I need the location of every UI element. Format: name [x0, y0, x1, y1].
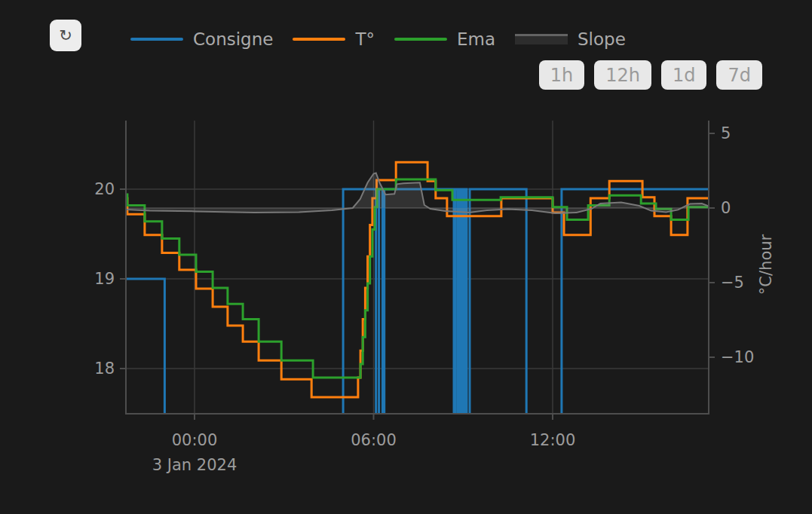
- chart-legend: Consigne T° Ema Slope: [130, 30, 626, 48]
- legend-swatch: [293, 38, 345, 41]
- legend-item-label: T°: [355, 29, 375, 49]
- range-button-7d[interactable]: 7d: [716, 60, 762, 90]
- x-axis-tick-label: 06:00: [351, 431, 397, 449]
- range-button-1d[interactable]: 1d: [661, 60, 707, 90]
- legend-swatch: [130, 38, 183, 41]
- plot-area[interactable]: [126, 121, 709, 414]
- legend-item-1[interactable]: Consigne: [130, 29, 273, 49]
- y-left-tick-label: 19: [94, 270, 115, 288]
- legend-swatch: [515, 34, 568, 44]
- legend-item-label: Ema: [457, 29, 495, 49]
- legend-item-label: Slope: [578, 29, 626, 49]
- refresh-button[interactable]: ↻: [50, 20, 81, 51]
- refresh-icon: ↻: [59, 26, 72, 44]
- x-axis-tick-label: 12:00: [530, 431, 576, 449]
- y-left-tick-label: 18: [94, 359, 115, 378]
- y-right-tick-label: 0: [721, 199, 731, 217]
- y-right-tick-label: −5: [721, 274, 744, 292]
- legend-item-2[interactable]: T°: [293, 29, 375, 49]
- x-axis-date-label: 3 Jan 2024: [152, 456, 237, 474]
- range-buttons: 1h 12h 1d 7d: [539, 60, 762, 90]
- legend-item-label: Consigne: [193, 29, 273, 49]
- legend-item-4[interactable]: Slope: [515, 29, 626, 49]
- range-button-12h[interactable]: 12h: [594, 60, 651, 90]
- legend-swatch: [394, 38, 447, 41]
- y-right-tick-label: −10: [721, 348, 754, 366]
- y-left-tick-label: 20: [94, 180, 115, 198]
- right-axis-title: °C/hour: [757, 234, 775, 295]
- x-axis-tick-label: 00:00: [172, 431, 218, 449]
- y-right-tick-label: 5: [721, 124, 731, 142]
- range-button-1h[interactable]: 1h: [539, 60, 584, 90]
- legend-item-3[interactable]: Ema: [394, 29, 495, 49]
